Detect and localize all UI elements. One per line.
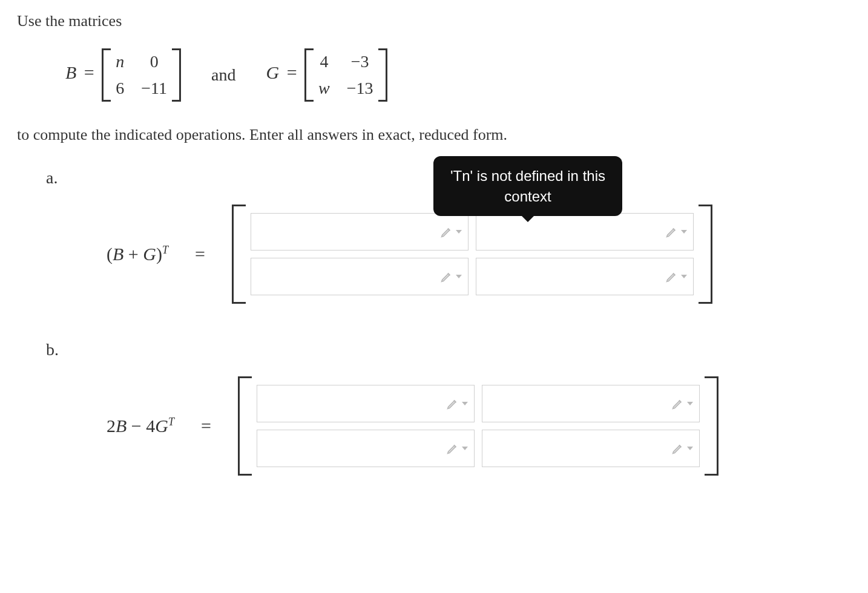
definition-G: G = 4 −3 w −13 xyxy=(266,48,387,102)
equals-sign: = xyxy=(195,244,205,264)
tooltip-line2: context xyxy=(504,188,551,205)
chevron-down-icon xyxy=(462,402,468,405)
answer-b-r1c2[interactable] xyxy=(482,385,700,422)
bracket-left xyxy=(232,205,243,304)
part-b-label: b. xyxy=(46,340,851,359)
B-r2c2: −11 xyxy=(141,79,167,98)
equals-sign: = xyxy=(84,62,94,82)
and-word: and xyxy=(211,65,235,85)
expr-G: G xyxy=(143,244,156,264)
equals-sign: = xyxy=(201,416,211,436)
pencil-icon[interactable] xyxy=(440,270,462,283)
G-r2c1: w xyxy=(318,79,330,98)
expr-B: B xyxy=(113,244,123,264)
chevron-down-icon xyxy=(456,275,462,278)
B-r2c1: 6 xyxy=(116,79,124,98)
matrix-B-body: n 0 6 −11 xyxy=(111,48,172,102)
pencil-icon[interactable] xyxy=(665,270,687,283)
matrix-G-body: 4 −3 w −13 xyxy=(314,48,378,102)
instruction-text: to compute the indicated operations. Ent… xyxy=(17,126,851,144)
G-r1c1: 4 xyxy=(318,52,330,71)
expr-B: B xyxy=(116,416,127,436)
part-a: a. 'Tn' is not defined in this context (… xyxy=(46,168,851,304)
pencil-icon[interactable] xyxy=(671,442,693,455)
part-b-expression: 2B − 4GT xyxy=(107,416,174,436)
chevron-down-icon xyxy=(462,447,468,450)
expr-transpose: T xyxy=(162,244,168,256)
answer-b-body xyxy=(249,376,707,476)
bracket-left xyxy=(238,376,249,476)
part-b: b. 2B − 4GT = xyxy=(46,340,851,476)
expr-4: 4 xyxy=(146,416,155,436)
answer-a-r1c2[interactable] xyxy=(476,213,694,251)
equals-sign: = xyxy=(287,62,297,82)
part-b-row: 2B − 4GT = xyxy=(107,376,851,476)
answer-a-r2c1[interactable] xyxy=(251,258,469,295)
answer-b-r2c2[interactable] xyxy=(482,430,700,467)
answer-b-r2c1[interactable] xyxy=(257,430,475,467)
matrix-B: n 0 6 −11 xyxy=(102,48,181,102)
page: Use the matrices B = n 0 6 −11 and G = xyxy=(0,0,868,524)
tooltip-line1: 'Tn' is not defined in this xyxy=(450,168,605,184)
answer-a-body xyxy=(243,205,701,304)
open-paren: ( xyxy=(107,244,113,264)
B-r1c2: 0 xyxy=(141,52,167,71)
answer-b-r1c1[interactable] xyxy=(257,385,475,422)
answer-matrix-a xyxy=(232,205,712,304)
answer-matrix-b xyxy=(238,376,718,476)
pencil-icon[interactable] xyxy=(671,397,693,410)
var-G: G xyxy=(266,62,279,82)
bracket-right xyxy=(378,48,387,102)
definition-B: B = n 0 6 −11 xyxy=(65,48,181,102)
G-r2c2: −13 xyxy=(347,79,373,98)
bracket-right xyxy=(172,48,181,102)
expr-2: 2 xyxy=(107,416,116,436)
expr-G: G xyxy=(155,416,168,436)
bracket-left xyxy=(102,48,111,102)
answer-a-r2c2[interactable] xyxy=(476,258,694,295)
chevron-down-icon xyxy=(687,447,693,450)
B-r1c1: n xyxy=(116,52,124,71)
pencil-icon[interactable] xyxy=(446,397,468,410)
close-paren: ) xyxy=(156,244,162,264)
pencil-icon[interactable] xyxy=(440,225,462,238)
bracket-right xyxy=(707,376,718,476)
answer-a-r1c1[interactable] xyxy=(251,213,469,251)
chevron-down-icon xyxy=(681,275,687,278)
intro-text: Use the matrices xyxy=(17,12,851,30)
pencil-icon[interactable] xyxy=(665,225,687,238)
part-a-row: (B + G)T = xyxy=(107,205,851,304)
error-tooltip: 'Tn' is not defined in this context xyxy=(433,156,622,216)
G-r1c2: −3 xyxy=(347,52,373,71)
expr-minus: − xyxy=(127,416,146,436)
part-a-expression: (B + G)T xyxy=(107,244,168,264)
chevron-down-icon xyxy=(456,230,462,234)
matrix-G: 4 −3 w −13 xyxy=(304,48,387,102)
pencil-icon[interactable] xyxy=(446,442,468,455)
bracket-left xyxy=(304,48,314,102)
expr-transpose: T xyxy=(168,416,174,428)
chevron-down-icon xyxy=(687,402,693,405)
chevron-down-icon xyxy=(681,230,687,234)
matrix-definitions: B = n 0 6 −11 and G = 4 −3 xyxy=(65,48,851,102)
bracket-right xyxy=(701,205,712,304)
expr-plus: + xyxy=(123,244,143,264)
var-B: B xyxy=(65,62,76,82)
